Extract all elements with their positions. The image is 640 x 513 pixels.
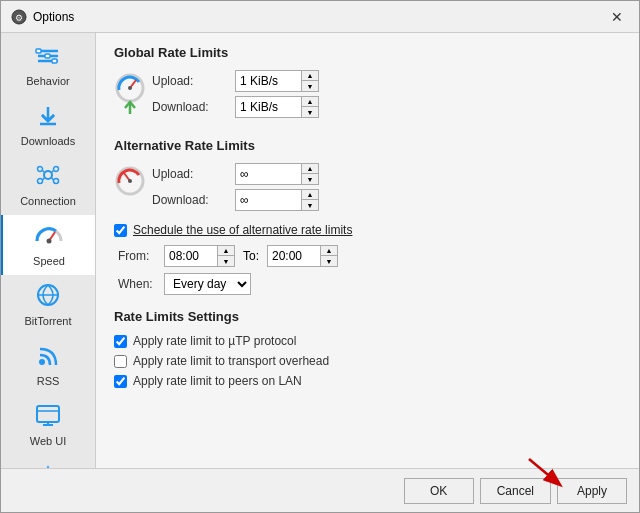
upload-spin[interactable]: ▲ ▼: [235, 70, 319, 92]
sidebar-item-webui[interactable]: Web UI: [1, 395, 95, 455]
bittorrent-icon: [34, 283, 62, 311]
rate-limit-lan-checkbox[interactable]: [114, 375, 127, 388]
rate-limit-lan-label[interactable]: Apply rate limit to peers on LAN: [133, 374, 302, 388]
sidebar-item-speed[interactable]: Speed: [1, 215, 95, 275]
rate-limit-utp-row: Apply rate limit to µTP protocol: [114, 334, 621, 348]
footer: OK Cancel Apply: [1, 468, 639, 512]
from-spin-buttons: ▲ ▼: [217, 246, 234, 266]
alt-rate-limits-title: Alternative Rate Limits: [114, 138, 621, 153]
sidebar: Behavior Downloads: [1, 33, 96, 468]
svg-line-14: [43, 171, 46, 174]
svg-line-17: [51, 177, 54, 180]
to-spin-up[interactable]: ▲: [321, 246, 337, 256]
to-label: To:: [243, 249, 259, 263]
ok-button[interactable]: OK: [404, 478, 474, 504]
alt-upload-spin-up[interactable]: ▲: [302, 164, 318, 174]
svg-point-11: [54, 167, 59, 172]
alt-download-spin[interactable]: ▲ ▼: [235, 189, 319, 211]
sidebar-item-advanced[interactable]: Advanced: [1, 455, 95, 468]
rate-limits-settings-section: Rate Limits Settings Apply rate limit to…: [114, 309, 621, 388]
upload-speed-icon: [114, 72, 146, 122]
svg-point-12: [38, 179, 43, 184]
alt-speed-icon: [114, 165, 146, 215]
sidebar-item-behavior[interactable]: Behavior: [1, 37, 95, 95]
svg-text:⚙: ⚙: [15, 13, 23, 23]
schedule-checkbox-row: Schedule the use of alternative rate lim…: [114, 223, 621, 237]
from-spin-up[interactable]: ▲: [218, 246, 234, 256]
close-button[interactable]: ✕: [605, 7, 629, 27]
apply-button[interactable]: Apply: [557, 478, 627, 504]
svg-rect-6: [45, 54, 50, 58]
main-content: Behavior Downloads: [1, 33, 639, 468]
window-icon: ⚙: [11, 9, 27, 25]
download-spin-up[interactable]: ▲: [302, 97, 318, 107]
sidebar-item-bittorrent[interactable]: BitTorrent: [1, 275, 95, 335]
when-label: When:: [118, 277, 156, 291]
download-input[interactable]: [236, 97, 301, 117]
title-bar-left: ⚙ Options: [11, 9, 74, 25]
options-window: ⚙ Options ✕ Behav: [0, 0, 640, 513]
global-rate-limits-title: Global Rate Limits: [114, 45, 621, 60]
behavior-icon: [34, 45, 62, 71]
rate-limit-overhead-checkbox[interactable]: [114, 355, 127, 368]
upload-spin-down[interactable]: ▼: [302, 81, 318, 91]
upload-spin-buttons: ▲ ▼: [301, 71, 318, 91]
rate-limit-utp-checkbox[interactable]: [114, 335, 127, 348]
alt-upload-spin-buttons: ▲ ▼: [301, 164, 318, 184]
global-rate-limits-section: Global Rate Limits Upload:: [114, 45, 621, 124]
webui-icon: [34, 403, 62, 431]
alternative-rate-limits-section: Alternative Rate Limits Upload:: [114, 138, 621, 295]
sidebar-item-downloads[interactable]: Downloads: [1, 95, 95, 155]
connection-icon: [34, 163, 62, 191]
alt-download-spin-buttons: ▲ ▼: [301, 190, 318, 210]
upload-input[interactable]: [236, 71, 301, 91]
svg-rect-5: [36, 49, 41, 53]
download-label: Download:: [152, 100, 227, 114]
from-spin[interactable]: ▲ ▼: [164, 245, 235, 267]
schedule-from-row: From: ▲ ▼ To: ▲ ▼: [118, 245, 621, 267]
sidebar-item-connection[interactable]: Connection: [1, 155, 95, 215]
download-spin[interactable]: ▲ ▼: [235, 96, 319, 118]
alt-upload-spin[interactable]: ▲ ▼: [235, 163, 319, 185]
when-select[interactable]: Every day Weekdays Weekends: [164, 273, 251, 295]
to-spin-down[interactable]: ▼: [321, 256, 337, 266]
from-input[interactable]: [165, 246, 217, 266]
from-label: From:: [118, 249, 156, 263]
upload-spin-up[interactable]: ▲: [302, 71, 318, 81]
rate-limit-lan-row: Apply rate limit to peers on LAN: [114, 374, 621, 388]
alt-upload-input[interactable]: [236, 164, 301, 184]
rate-limit-overhead-row: Apply rate limit to transport overhead: [114, 354, 621, 368]
sidebar-label-webui: Web UI: [30, 435, 66, 447]
rate-limits-settings-title: Rate Limits Settings: [114, 309, 621, 324]
schedule-label[interactable]: Schedule the use of alternative rate lim…: [133, 223, 352, 237]
from-spin-down[interactable]: ▼: [218, 256, 234, 266]
sidebar-item-rss[interactable]: RSS: [1, 335, 95, 395]
sidebar-label-speed: Speed: [33, 255, 65, 267]
svg-line-15: [51, 171, 54, 174]
alt-download-input[interactable]: [236, 190, 301, 210]
to-input[interactable]: [268, 246, 320, 266]
schedule-checkbox[interactable]: [114, 224, 127, 237]
alt-download-label: Download:: [152, 193, 227, 207]
rate-limit-utp-label[interactable]: Apply rate limit to µTP protocol: [133, 334, 296, 348]
svg-point-13: [54, 179, 59, 184]
to-spin[interactable]: ▲ ▼: [267, 245, 338, 267]
svg-line-16: [43, 177, 46, 180]
download-spin-down[interactable]: ▼: [302, 107, 318, 117]
to-spin-buttons: ▲ ▼: [320, 246, 337, 266]
svg-point-22: [39, 359, 45, 365]
svg-point-10: [38, 167, 43, 172]
sidebar-label-downloads: Downloads: [21, 135, 75, 147]
sidebar-label-rss: RSS: [37, 375, 60, 387]
rate-limit-overhead-label[interactable]: Apply rate limit to transport overhead: [133, 354, 329, 368]
downloads-icon: [34, 103, 62, 131]
svg-point-19: [47, 239, 52, 244]
alt-download-spin-up[interactable]: ▲: [302, 190, 318, 200]
download-spin-buttons: ▲ ▼: [301, 97, 318, 117]
alt-upload-spin-down[interactable]: ▼: [302, 174, 318, 184]
speed-icon: [34, 223, 64, 251]
sidebar-label-bittorrent: BitTorrent: [24, 315, 71, 327]
svg-rect-7: [52, 59, 57, 63]
alt-download-spin-down[interactable]: ▼: [302, 200, 318, 210]
content-area: Global Rate Limits Upload:: [96, 33, 639, 468]
